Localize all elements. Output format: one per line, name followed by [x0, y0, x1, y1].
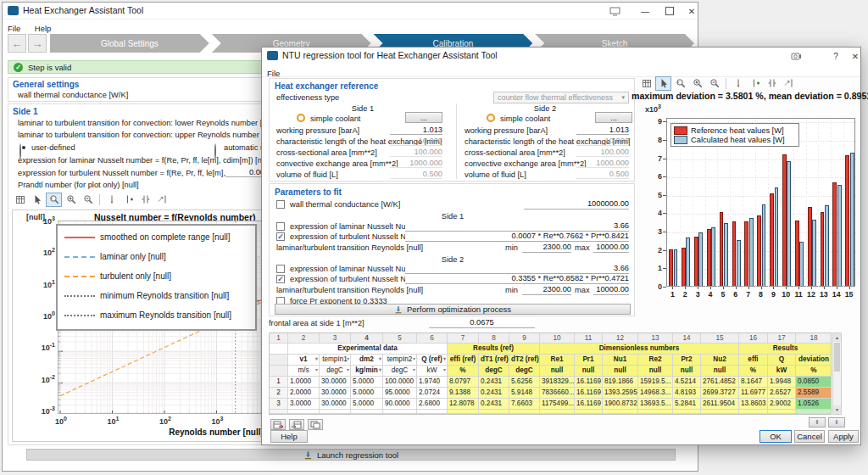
browse-coolant-side2-button[interactable]: ... [595, 112, 632, 123]
cursor-icon[interactable] [655, 76, 671, 91]
scrollbar-down-arrow[interactable]: ▼ [833, 405, 841, 414]
column-header[interactable]: tempIn2▾ [383, 355, 417, 365]
data-cell[interactable]: 12.8078 [448, 399, 479, 409]
data-cell[interactable]: 11.6977 [739, 388, 768, 398]
data-cell[interactable]: 95.0000 [383, 388, 417, 398]
deviation-cell[interactable]: 1.0526 [796, 399, 832, 409]
data-cell[interactable]: 90.0000 [383, 399, 417, 409]
data-cell[interactable]: 15919.5... [638, 377, 673, 387]
zoom-in-icon[interactable] [689, 76, 705, 91]
data-cell[interactable]: 1900.8732 [603, 399, 638, 409]
data-cell[interactable]: 100.0000 [383, 377, 417, 387]
side2-turbulent-field[interactable]: 0.3355 * Re**0.8582 * Pr**0.4721 [405, 274, 629, 284]
data-cell[interactable]: 2.9002 [768, 399, 796, 409]
cursor-pair-icon[interactable] [764, 76, 780, 91]
browse-coolant-side1-button[interactable]: ... [405, 112, 442, 123]
launch-regression-button[interactable]: Launch regression tool [26, 449, 676, 461]
side2-laminar-checkbox[interactable] [276, 265, 285, 273]
data-cell[interactable]: 2.6527 [768, 388, 796, 398]
grid-icon[interactable] [12, 193, 28, 207]
side2-min-field[interactable]: 2300.00 [522, 285, 571, 295]
table-scrollbar[interactable]: ▲ ▼ [832, 332, 842, 415]
data-cell[interactable]: 5.0000 [351, 377, 383, 387]
cursor-snap-icon[interactable] [781, 76, 797, 91]
ref-field-value-side2[interactable]: 1.013 [576, 126, 629, 135]
cursor-icon[interactable] [29, 193, 45, 207]
data-cell[interactable]: 1175499... [540, 399, 575, 409]
data-cell[interactable]: 1.9948 [768, 377, 796, 387]
data-cell[interactable]: 5.0000 [351, 388, 383, 398]
side2-max-field[interactable]: 10000.00 [593, 285, 629, 295]
data-cell[interactable]: 16.1169 [575, 399, 603, 409]
data-cell[interactable]: 2.6800 [417, 399, 448, 409]
side1-turbulent-field[interactable]: 0.0007 * Re**0.7662 * Pr**0.8421 [405, 232, 629, 242]
data-cell[interactable]: 16.1169 [575, 377, 603, 387]
side1-laminar-field[interactable]: 3.66 [405, 221, 629, 232]
data-cell[interactable]: 7.6603 [509, 399, 540, 409]
side2-turbulent-checkbox[interactable]: ✓ [276, 275, 285, 283]
zoom-in-icon[interactable] [63, 193, 79, 207]
data-cell[interactable]: 4.5214 [673, 377, 701, 387]
perform-optimization-button[interactable]: Perform optimization process [275, 304, 631, 315]
side1-turbulent-checkbox[interactable]: ✓ [276, 232, 285, 241]
data-cell[interactable]: 16.1169 [575, 388, 603, 398]
zoom-out-icon[interactable] [80, 193, 96, 207]
grid-icon[interactable] [638, 76, 654, 91]
unit-header[interactable]: kW▾ [417, 366, 448, 376]
data-cell[interactable]: 5.0000 [351, 399, 383, 409]
column-header[interactable]: v1▾ [288, 355, 320, 365]
data-cell[interactable]: 30.0000 [320, 399, 351, 409]
data-cell[interactable]: 7836660... [540, 388, 575, 398]
ref-field-value-side1[interactable]: 1.013 [390, 126, 442, 135]
add-cursor-icon[interactable] [120, 193, 136, 207]
row-up-button[interactable]: ⬆ [809, 417, 826, 428]
unit-header[interactable]: degC▾ [320, 366, 351, 376]
add-cursor-icon[interactable] [747, 76, 763, 91]
unit-header[interactable]: m/s▾ [288, 366, 320, 376]
effectiveness-combo[interactable]: counter flow thermal effectiveness▾ [493, 92, 629, 103]
data-cell[interactable]: 2761.4852 [701, 377, 739, 387]
cancel-button[interactable]: Cancel [794, 430, 825, 443]
data-cell[interactable]: 2.0724 [417, 388, 448, 398]
zoom-region-icon[interactable] [46, 193, 62, 207]
zoom-region-icon[interactable] [672, 76, 688, 91]
side1-max-field[interactable]: 10000.00 [593, 243, 629, 253]
data-cell[interactable]: 0.2431 [479, 388, 509, 398]
data-cell[interactable]: 2699.3727 [701, 388, 739, 398]
minimize-button[interactable]: — [637, 4, 654, 18]
wall-value-field[interactable]: 1000000.00 [524, 199, 629, 210]
data-cell[interactable]: 1.9740 [417, 377, 448, 387]
unit-header[interactable]: degC▾ [383, 366, 417, 376]
data-cell[interactable]: 0.2431 [479, 399, 509, 409]
data-cell[interactable]: 14968.3... [638, 388, 673, 398]
data-cell[interactable]: 13693.5... [638, 399, 673, 409]
side1-min-field[interactable]: 2300.00 [522, 243, 571, 253]
zoom-out-icon[interactable] [706, 76, 722, 91]
tab-global-settings[interactable]: Global Settings [50, 34, 209, 53]
vertical-cursor-icon[interactable] [730, 76, 746, 91]
table-import-button[interactable] [289, 419, 304, 430]
deviation-cell[interactable]: 0.0850 [796, 377, 832, 387]
data-cell[interactable]: 2611.9504 [701, 399, 739, 409]
nav-forward-button[interactable]: → [28, 34, 47, 53]
maximize-button[interactable] [661, 4, 678, 18]
ok-button[interactable]: OK [760, 430, 792, 443]
column-header[interactable]: Q (ref)▾ [417, 355, 448, 365]
data-cell[interactable]: 5.9148 [509, 388, 540, 398]
data-cell[interactable]: 0.2431 [479, 377, 509, 387]
apply-button[interactable]: Apply [828, 430, 859, 443]
column-header[interactable]: dm2▾ [351, 355, 383, 365]
help-button[interactable]: Help [270, 430, 308, 443]
data-cell[interactable]: 1.0000 [288, 377, 320, 387]
scrollbar-up-arrow[interactable]: ▲ [833, 333, 841, 342]
data-cell[interactable]: 8.0797 [448, 377, 479, 387]
side2-laminar-field[interactable]: 3.66 [405, 264, 629, 274]
vertical-cursor-icon[interactable] [103, 193, 120, 207]
data-cell[interactable]: 5.2841 [673, 399, 701, 409]
nav-back-button[interactable]: ← [8, 34, 26, 53]
deviation-cell[interactable]: 2.5589 [796, 388, 832, 398]
data-cell[interactable]: 3.0000 [288, 399, 320, 409]
scrollbar-thumb[interactable] [834, 343, 840, 372]
help-titlebar-button[interactable]: ? [827, 49, 844, 63]
data-cell[interactable]: 1393.2595 [603, 388, 638, 398]
